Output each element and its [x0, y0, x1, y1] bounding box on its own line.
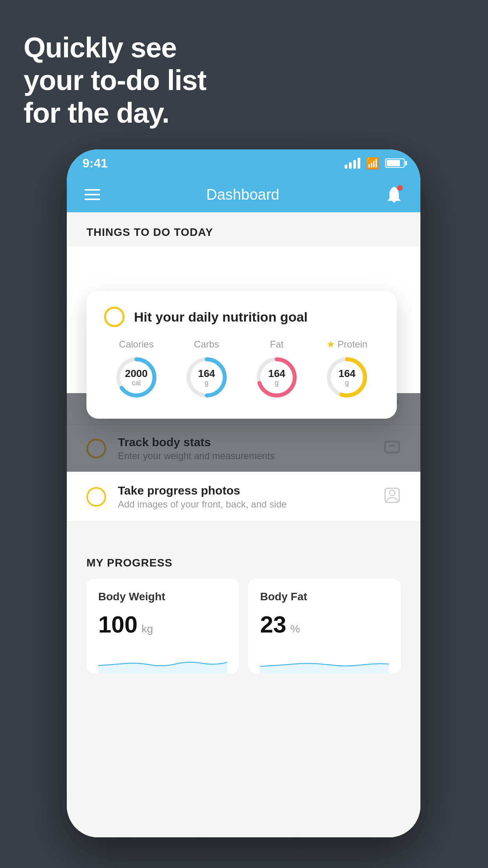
todo-title-progress-photos: Take progress photos — [118, 484, 372, 497]
signal-icon — [345, 158, 360, 169]
body-weight-card: Body Weight 100 kg — [86, 579, 239, 673]
body-fat-label: Body Fat — [260, 590, 389, 603]
body-weight-chart — [98, 650, 227, 673]
fat-unit: g — [268, 379, 285, 387]
bell-notification-dot — [397, 185, 403, 191]
progress-cards: Body Weight 100 kg — [86, 579, 401, 673]
svg-point-4 — [389, 490, 395, 496]
fat-donut: 164 g — [253, 354, 300, 401]
body-fat-value-row: 23 % — [260, 611, 389, 638]
hero-line1: Quickly see — [24, 31, 206, 64]
progress-section: MY PROGRESS Body Weight 100 kg — [67, 541, 420, 685]
macro-carbs-label: Carbs — [194, 339, 219, 350]
body-fat-card: Body Fat 23 % — [248, 579, 401, 673]
macro-protein: ★ Protein 164 g — [323, 339, 371, 401]
star-icon: ★ — [327, 339, 335, 350]
bell-icon[interactable] — [385, 185, 403, 204]
macro-calories-label: Calories — [119, 339, 154, 350]
protein-value: 164 — [338, 368, 355, 379]
macro-fat-label: Fat — [270, 339, 284, 350]
macro-protein-label: ★ Protein — [327, 339, 367, 350]
nutrition-title: Hit your daily nutrition goal — [134, 309, 308, 325]
nutrition-circle-icon — [104, 307, 125, 327]
body-weight-label: Body Weight — [98, 590, 227, 603]
carbs-value: 164 — [198, 368, 215, 379]
battery-icon — [385, 158, 405, 168]
progress-title: MY PROGRESS — [86, 557, 401, 569]
section-title: THINGS TO DO TODAY — [86, 226, 401, 239]
phone-wrapper: 9:41 📶 Dashboard — [67, 149, 420, 837]
macro-fat: Fat 164 g — [253, 339, 300, 401]
nutrition-header: Hit your daily nutrition goal — [104, 307, 379, 327]
phone-frame: 9:41 📶 Dashboard — [67, 149, 420, 837]
todo-checkbox-progress-photos[interactable] — [86, 487, 106, 507]
status-bar: 9:41 📶 — [67, 149, 420, 177]
todo-item-progress-photos[interactable]: Take progress photos Add images of your … — [67, 473, 420, 521]
person-icon — [383, 487, 401, 508]
body-fat-unit: % — [290, 623, 300, 635]
hero-line2: your to-do list — [24, 64, 206, 97]
carbs-donut: 164 g — [183, 354, 230, 401]
body-weight-unit: kg — [141, 623, 153, 635]
hero-text: Quickly see your to-do list for the day. — [24, 31, 206, 129]
body-weight-value: 100 — [98, 611, 138, 638]
hero-line3: for the day. — [24, 97, 206, 129]
todo-subtitle-progress-photos: Add images of your front, back, and side — [118, 499, 372, 510]
section-header: THINGS TO DO TODAY — [67, 212, 420, 246]
protein-unit: g — [338, 379, 355, 387]
fat-value: 164 — [268, 368, 285, 379]
macro-carbs: Carbs 164 g — [183, 339, 230, 401]
nutrition-macros: Calories 2000 cal Carbs — [104, 339, 379, 401]
calories-unit: cal — [125, 379, 148, 387]
wifi-icon: 📶 — [366, 157, 380, 170]
hamburger-icon[interactable] — [84, 189, 100, 200]
calories-donut: 2000 cal — [113, 354, 160, 401]
body-fat-chart — [260, 650, 389, 673]
body-weight-value-row: 100 kg — [98, 611, 227, 638]
nav-bar: Dashboard — [67, 177, 420, 212]
status-time: 9:41 — [83, 156, 108, 171]
todo-text-progress-photos: Take progress photos Add images of your … — [118, 484, 372, 510]
body-fat-value: 23 — [260, 611, 286, 638]
carbs-unit: g — [198, 379, 215, 387]
protein-donut: 164 g — [323, 354, 371, 401]
nutrition-card: Hit your daily nutrition goal Calories 2… — [86, 291, 397, 419]
calories-value: 2000 — [125, 368, 148, 379]
macro-calories: Calories 2000 cal — [113, 339, 160, 401]
spacer — [67, 521, 420, 541]
status-icons: 📶 — [345, 157, 405, 170]
nav-title: Dashboard — [206, 186, 279, 203]
